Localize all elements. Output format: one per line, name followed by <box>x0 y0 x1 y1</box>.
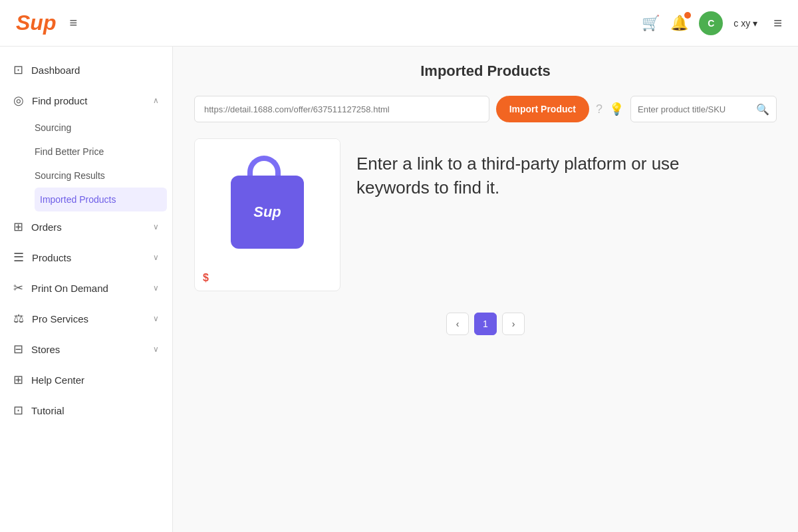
dashboard-icon: ⊡ <box>13 63 23 77</box>
sidebar-item-pro-services[interactable]: ⚖ Pro Services ∨ <box>0 303 172 334</box>
username-display[interactable]: c xy ▾ <box>733 18 757 29</box>
import-product-button[interactable]: Import Product <box>496 96 589 122</box>
app-logo: Sup <box>16 11 56 35</box>
search-input[interactable] <box>638 104 752 114</box>
orders-icon: ⊞ <box>13 219 23 234</box>
sidebar-item-sourcing-results[interactable]: Sourcing Results <box>35 164 172 188</box>
cart-icon[interactable]: 🛒 <box>642 15 660 32</box>
header-right: 🛒 🔔 C c xy ▾ ≡ <box>642 11 782 35</box>
pagination: ‹ 1 › <box>194 313 777 335</box>
sidebar-item-help-center[interactable]: ⊞ Help Center <box>0 364 172 395</box>
app-header: Sup ≡ 🛒 🔔 C c xy ▾ ≡ <box>0 0 798 47</box>
chevron-down-icon-pod: ∨ <box>153 283 159 293</box>
sidebar-item-imported-products[interactable]: Imported Products <box>35 188 167 211</box>
sidebar-item-find-product[interactable]: ◎ Find product ∧ <box>0 85 172 116</box>
avatar[interactable]: C <box>699 11 723 35</box>
chevron-down-icon-orders: ∨ <box>153 222 159 231</box>
bag-logo-text: Sup <box>253 203 281 221</box>
notification-badge <box>684 12 691 19</box>
hamburger-icon[interactable]: ≡ <box>69 15 77 31</box>
sidebar-sub-find-product: Sourcing Find Better Price Sourcing Resu… <box>0 116 172 211</box>
pro-services-icon: ⚖ <box>13 311 24 326</box>
chevron-up-icon: ∧ <box>153 96 159 105</box>
page-title: Imported Products <box>194 63 777 80</box>
find-product-icon: ◎ <box>13 93 24 108</box>
sidebar-item-find-better-price[interactable]: Find Better Price <box>35 140 172 164</box>
product-price: $ <box>203 272 209 283</box>
sidebar-item-tutorial[interactable]: ⊡ Tutorial <box>0 395 172 426</box>
sidebar-label-orders: Orders <box>31 221 145 233</box>
sidebar-label-stores: Stores <box>31 344 145 355</box>
empty-state: Enter a link to a third-party platform o… <box>356 138 777 291</box>
empty-state-text: Enter a link to a third-party platform o… <box>356 152 689 200</box>
sidebar-label-tutorial: Tutorial <box>31 405 159 416</box>
tutorial-icon: ⊡ <box>13 403 23 418</box>
notification-icon[interactable]: 🔔 <box>670 15 688 32</box>
product-image: Sup <box>195 139 340 265</box>
import-bar: Import Product ? 💡 🔍 <box>194 96 777 122</box>
bag-body: Sup <box>231 176 304 249</box>
sidebar-item-sourcing[interactable]: Sourcing <box>35 116 172 140</box>
sidebar-item-orders[interactable]: ⊞ Orders ∨ <box>0 211 172 242</box>
stores-icon: ⊟ <box>13 342 23 356</box>
search-box: 🔍 <box>630 96 777 122</box>
menu-dots-icon[interactable]: ≡ <box>773 15 782 32</box>
url-input[interactable] <box>194 96 489 122</box>
sidebar-item-print-on-demand[interactable]: ✂ Print On Demand ∨ <box>0 273 172 303</box>
products-icon: ☰ <box>13 250 24 265</box>
sidebar: ⊡ Dashboard ◎ Find product ∧ Sourcing Fi… <box>0 47 173 532</box>
sidebar-label-pro-services: Pro Services <box>32 313 145 325</box>
sidebar-item-products[interactable]: ☰ Products ∨ <box>0 242 172 273</box>
sidebar-label-help-center: Help Center <box>31 374 159 386</box>
header-left: Sup ≡ <box>16 11 77 35</box>
content-area: Sup $ Enter a link to a third-party plat… <box>194 138 777 291</box>
sidebar-label-dashboard: Dashboard <box>31 65 159 76</box>
sup-bag: Sup <box>227 156 307 249</box>
prev-page-button[interactable]: ‹ <box>446 313 469 335</box>
product-card: Sup $ <box>194 138 340 291</box>
sidebar-label-find-product: Find product <box>32 95 145 106</box>
next-page-button[interactable]: › <box>502 313 525 335</box>
bulb-icon[interactable]: 💡 <box>609 102 624 116</box>
print-on-demand-icon: ✂ <box>13 281 23 295</box>
chevron-down-icon-stores: ∨ <box>153 344 159 354</box>
search-icon: 🔍 <box>756 103 769 116</box>
chevron-down-icon-products: ∨ <box>153 253 159 262</box>
sidebar-item-stores[interactable]: ⊟ Stores ∨ <box>0 334 172 364</box>
help-icon[interactable]: ? <box>596 102 602 116</box>
sidebar-item-dashboard[interactable]: ⊡ Dashboard <box>0 55 172 85</box>
main-content: Imported Products Import Product ? 💡 🔍 S <box>173 47 798 532</box>
app-layout: ⊡ Dashboard ◎ Find product ∧ Sourcing Fi… <box>0 47 798 532</box>
help-center-icon: ⊞ <box>13 372 23 387</box>
sidebar-label-products: Products <box>32 252 145 263</box>
page-1-button[interactable]: 1 <box>474 313 497 335</box>
chevron-down-icon-pro: ∨ <box>153 314 159 323</box>
product-info: $ <box>195 265 340 291</box>
chevron-down-icon: ▾ <box>753 18 757 29</box>
sidebar-label-print-on-demand: Print On Demand <box>31 283 145 294</box>
